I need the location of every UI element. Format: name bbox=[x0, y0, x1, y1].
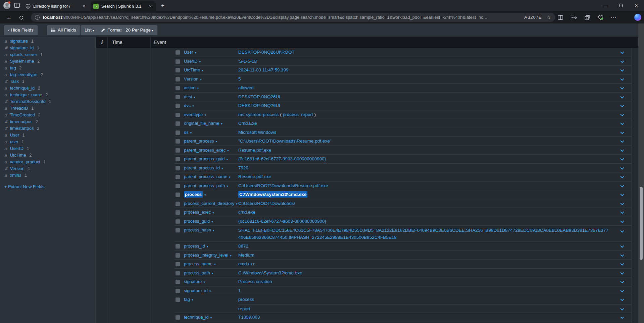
chevron-down-icon[interactable] bbox=[620, 229, 624, 232]
field-checkbox[interactable] bbox=[176, 244, 180, 249]
chevron-down-icon[interactable] bbox=[620, 103, 624, 107]
field-checkbox[interactable] bbox=[176, 315, 180, 320]
field-checkbox[interactable] bbox=[176, 298, 180, 302]
minimize-button[interactable] bbox=[598, 0, 613, 11]
sidebar-field-link[interactable]: ThreadID bbox=[10, 106, 28, 111]
field-name-link[interactable]: signature bbox=[184, 277, 205, 287]
field-name-link[interactable]: parent_process_id bbox=[184, 164, 223, 173]
sidebar-field-link[interactable]: UtcTime bbox=[10, 153, 26, 158]
field-name-link[interactable]: tag bbox=[184, 295, 193, 305]
chevron-down-icon[interactable] bbox=[620, 59, 624, 63]
field-name-link[interactable]: process_guid bbox=[184, 217, 213, 226]
field-value[interactable]: SHA1=F1EFB0FDDC156E4C61C5F78A54700E4E798… bbox=[238, 227, 609, 241]
all-fields-button[interactable]: All Fields bbox=[47, 25, 80, 35]
field-name-link[interactable]: process_name bbox=[184, 260, 216, 269]
chevron-down-icon[interactable] bbox=[620, 68, 624, 71]
back-button[interactable] bbox=[5, 13, 13, 22]
field-name-link[interactable]: Version bbox=[184, 75, 202, 84]
field-value[interactable]: ms-sysmon-process bbox=[238, 112, 279, 117]
field-name-link[interactable]: process_integrity_level bbox=[184, 251, 232, 260]
field-name-link[interactable]: signature_id bbox=[184, 286, 211, 296]
field-name-link[interactable]: UtcTime bbox=[184, 66, 203, 75]
sidebar-field-link[interactable]: tag::eventtype bbox=[10, 72, 38, 77]
field-value[interactable]: cmd.exe bbox=[238, 210, 255, 215]
chevron-down-icon[interactable] bbox=[620, 77, 624, 80]
field-checkbox[interactable] bbox=[176, 86, 180, 90]
field-value[interactable]: Process creation bbox=[238, 279, 272, 284]
field-checkbox[interactable] bbox=[176, 121, 180, 126]
sidebar-field-link[interactable]: Task bbox=[10, 79, 19, 84]
field-checkbox[interactable] bbox=[176, 289, 180, 293]
sidebar-field-link[interactable]: vendor_product bbox=[10, 159, 40, 164]
collections-icon[interactable] bbox=[583, 13, 591, 21]
field-checkbox[interactable] bbox=[176, 210, 180, 215]
sidebar-field-link[interactable]: technique_id bbox=[10, 86, 35, 91]
chevron-down-icon[interactable] bbox=[620, 279, 624, 283]
field-value[interactable]: allowed bbox=[238, 85, 254, 90]
field-name-link[interactable]: parent_process_name bbox=[184, 172, 231, 182]
field-value[interactable]: DESKTOP-0NQ26UI bbox=[238, 94, 280, 99]
field-checkbox[interactable] bbox=[176, 130, 180, 135]
field-checkbox[interactable] bbox=[176, 184, 180, 188]
chevron-down-icon[interactable] bbox=[620, 174, 624, 178]
refresh-button[interactable] bbox=[17, 13, 26, 22]
field-checkbox[interactable] bbox=[176, 262, 180, 266]
copilot-icon[interactable] bbox=[634, 14, 641, 21]
field-value[interactable]: "C:\Users\ROOT\Downloads\Resume.pdf.exe" bbox=[238, 139, 331, 144]
field-name-link[interactable]: dvc bbox=[184, 101, 194, 111]
field-value[interactable]: cmd.exe bbox=[238, 261, 255, 266]
per-page-dropdown[interactable]: 20 Per Page bbox=[121, 25, 157, 35]
field-name-link[interactable]: User bbox=[184, 48, 196, 57]
chevron-down-icon[interactable] bbox=[620, 253, 624, 257]
field-value[interactable]: Medium bbox=[238, 253, 254, 258]
field-name-link[interactable]: parent_process bbox=[184, 137, 217, 146]
field-value[interactable]: DESKTOP-0NQ26UI bbox=[238, 103, 280, 108]
site-info-icon[interactable] bbox=[35, 15, 40, 20]
field-checkbox[interactable] bbox=[176, 166, 180, 170]
sidebar-field-link[interactable]: User bbox=[10, 132, 19, 138]
field-checkbox[interactable] bbox=[176, 228, 180, 232]
sidebar-field-link[interactable]: TerminalSessionId bbox=[10, 99, 45, 104]
field-value[interactable]: C:\Windows\system32\cmd.exe bbox=[238, 191, 307, 198]
field-value[interactable]: process bbox=[238, 297, 254, 302]
field-checkbox[interactable] bbox=[176, 253, 180, 258]
chevron-down-icon[interactable] bbox=[620, 210, 624, 214]
field-value[interactable]: Cmd.Exe bbox=[238, 121, 257, 126]
sidebar-field-link[interactable]: Version bbox=[10, 166, 24, 171]
field-value[interactable]: report bbox=[301, 112, 313, 117]
hide-fields-button[interactable]: Hide Fields bbox=[4, 25, 38, 35]
tab-close-icon[interactable] bbox=[148, 4, 153, 9]
chevron-down-icon[interactable] bbox=[620, 271, 624, 274]
field-name-link[interactable]: process_exec bbox=[184, 208, 214, 217]
field-value[interactable]: report bbox=[238, 306, 250, 311]
field-value[interactable]: 5 bbox=[238, 76, 241, 82]
browser-essentials-icon[interactable] bbox=[597, 13, 605, 21]
field-value[interactable]: {0c1681c6-62cf-6727-3903-000000000900} bbox=[238, 156, 326, 161]
field-value[interactable]: Resume.pdf.exe bbox=[238, 148, 271, 153]
field-value[interactable]: Resume.pdf.exe bbox=[238, 174, 271, 179]
chevron-down-icon[interactable] bbox=[620, 183, 624, 187]
extract-new-fields-link[interactable]: + Extract New Fields bbox=[4, 184, 95, 189]
field-value[interactable]: process bbox=[283, 112, 299, 117]
chevron-down-icon[interactable] bbox=[620, 130, 624, 134]
chevron-down-icon[interactable] bbox=[620, 288, 624, 292]
chevron-down-icon[interactable] bbox=[620, 95, 624, 98]
field-checkbox[interactable] bbox=[176, 148, 180, 153]
chevron-down-icon[interactable] bbox=[620, 244, 624, 248]
field-name-link[interactable]: eventtype bbox=[184, 110, 206, 120]
field-name-link[interactable]: os bbox=[184, 128, 192, 138]
favorites-bar-icon[interactable] bbox=[570, 13, 578, 21]
field-value[interactable]: 2024-11-03 11:47:59.399 bbox=[238, 67, 289, 72]
browser-tab-directory-listing[interactable]: Directory listing for / bbox=[23, 1, 89, 11]
field-value[interactable]: T1059.003 bbox=[238, 315, 260, 320]
field-value[interactable]: C:\Users\ROOT\Downloads\Resume.pdf.exe bbox=[238, 183, 328, 188]
sidebar-field-link[interactable]: xmlns bbox=[10, 173, 21, 178]
field-checkbox[interactable] bbox=[176, 202, 180, 206]
chevron-down-icon[interactable] bbox=[620, 50, 624, 54]
chevron-down-icon[interactable] bbox=[620, 157, 624, 160]
chevron-down-icon[interactable] bbox=[620, 219, 624, 223]
address-bar-input[interactable]: localhost:8000/en-US/app/search/search?q… bbox=[31, 13, 555, 22]
field-name-link[interactable]: process_id bbox=[184, 242, 208, 251]
tab-actions-icon[interactable] bbox=[14, 3, 20, 8]
field-checkbox[interactable] bbox=[176, 68, 180, 72]
